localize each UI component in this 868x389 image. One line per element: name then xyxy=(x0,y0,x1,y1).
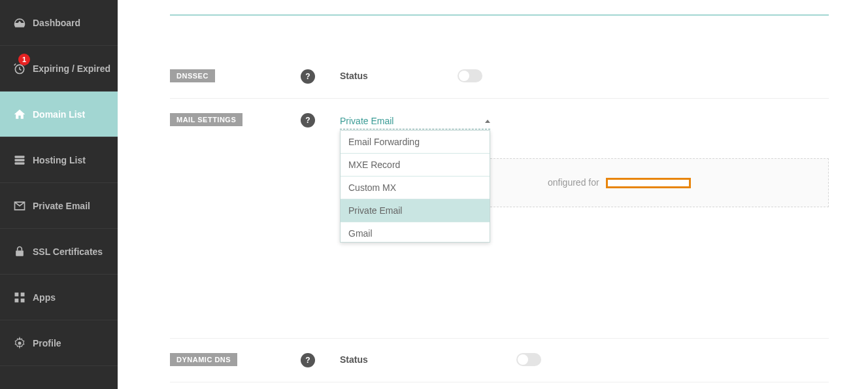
house-icon xyxy=(10,108,29,121)
svg-rect-3 xyxy=(15,162,25,164)
svg-rect-7 xyxy=(15,298,19,302)
mail-info-text: onfigured for xyxy=(548,177,599,188)
expiring-badge: 1 xyxy=(18,54,30,65)
sidebar-item-label: Dashboard xyxy=(33,18,80,28)
dynamic-dns-section: DYNAMIC DNS ? Status xyxy=(170,339,829,382)
gear-icon xyxy=(10,337,29,350)
sidebar: Dashboard 1 Expiring / Expired Domain Li… xyxy=(0,0,118,389)
envelope-icon xyxy=(10,199,29,212)
svg-rect-5 xyxy=(15,292,19,296)
sidebar-item-label: Profile xyxy=(33,338,61,348)
dnssec-toggle[interactable] xyxy=(458,69,482,82)
sidebar-item-label: Domain List xyxy=(33,109,85,120)
sidebar-item-private-email[interactable]: Private Email xyxy=(0,183,118,229)
dnssec-status-label: Status xyxy=(340,69,458,81)
mail-settings-tag: MAIL SETTINGS xyxy=(170,113,242,126)
help-icon[interactable]: ? xyxy=(301,69,315,84)
svg-rect-4 xyxy=(16,250,24,256)
dnssec-section: DNSSEC ? Status xyxy=(170,55,829,99)
mail-settings-menu: Email Forwarding MXE Record Custom MX Pr… xyxy=(340,130,490,243)
sidebar-item-hosting-list[interactable]: Hosting List xyxy=(0,137,118,183)
sidebar-item-label: Hosting List xyxy=(33,155,86,165)
lock-icon xyxy=(10,245,29,258)
mail-settings-selected: Private Email xyxy=(340,116,393,126)
mail-option-mxe-record[interactable]: MXE Record xyxy=(341,154,490,177)
sidebar-item-label: SSL Certificates xyxy=(33,246,103,257)
apps-icon xyxy=(10,291,29,304)
sidebar-item-domain-list[interactable]: Domain List xyxy=(0,92,118,137)
sidebar-item-profile[interactable]: Profile xyxy=(0,320,118,366)
svg-rect-1 xyxy=(15,156,25,158)
sidebar-item-label: Apps xyxy=(33,292,56,303)
mail-option-custom-mx[interactable]: Custom MX xyxy=(341,177,490,199)
mail-option-gmail[interactable]: Gmail xyxy=(341,222,490,242)
svg-point-9 xyxy=(18,341,22,345)
sidebar-item-apps[interactable]: Apps xyxy=(0,275,118,320)
personal-dns-section: PERSONAL DNS SERVER ? Register Nameserve… xyxy=(170,382,829,389)
sidebar-item-label: Expiring / Expired xyxy=(33,63,110,74)
sidebar-item-label: Private Email xyxy=(33,201,90,211)
sidebar-item-expiring[interactable]: 1 Expiring / Expired xyxy=(0,46,118,92)
mail-option-email-forwarding[interactable]: Email Forwarding xyxy=(341,131,490,154)
svg-rect-2 xyxy=(15,159,25,161)
svg-rect-6 xyxy=(21,292,25,296)
svg-rect-8 xyxy=(21,298,25,302)
divider-line xyxy=(170,14,829,16)
help-icon[interactable]: ? xyxy=(301,353,315,367)
help-icon[interactable]: ? xyxy=(301,113,315,127)
dnssec-tag: DNSSEC xyxy=(170,69,215,82)
main-content: DNSSEC ? Status MAIL SETTINGS ? Private … xyxy=(118,14,868,389)
gauge-icon xyxy=(10,16,29,29)
mail-settings-dropdown[interactable]: Private Email xyxy=(340,113,490,129)
sidebar-item-ssl[interactable]: SSL Certificates xyxy=(0,229,118,275)
server-icon xyxy=(10,154,29,167)
dynamic-dns-tag: DYNAMIC DNS xyxy=(170,353,237,366)
ddns-status-label: Status xyxy=(340,353,516,365)
sidebar-item-dashboard[interactable]: Dashboard xyxy=(0,0,118,46)
mail-settings-section: MAIL SETTINGS ? Private Email Email Forw… xyxy=(170,99,829,339)
ddns-toggle[interactable] xyxy=(516,353,541,366)
redacted-domain xyxy=(606,178,691,188)
chevron-up-icon xyxy=(485,120,490,123)
mail-option-private-email[interactable]: Private Email xyxy=(341,199,490,222)
